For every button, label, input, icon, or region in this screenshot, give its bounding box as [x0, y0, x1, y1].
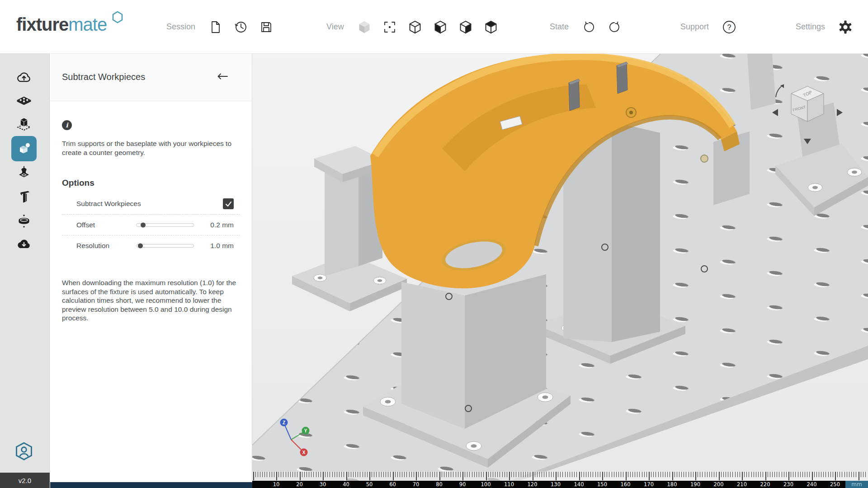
ruler-tick	[472, 472, 472, 477]
ruler-tick	[840, 472, 840, 477]
ruler-tick	[360, 472, 360, 477]
resolution-slider-thumb[interactable]	[138, 243, 143, 248]
app-header: fixturemate Session View	[0, 0, 868, 54]
ruler-tick	[507, 472, 507, 477]
ruler-tick	[556, 472, 557, 480]
viewport-3d[interactable]: TOP FRONT Z Y X	[252, 54, 868, 488]
ruler-number: 250	[830, 481, 840, 488]
save-session-button[interactable]	[258, 19, 275, 36]
ruler-tick	[779, 472, 779, 477]
ruler-tick	[859, 472, 859, 480]
ruler-tick	[418, 472, 419, 477]
ruler-tick	[788, 472, 789, 480]
sidebar-item-baseplate[interactable]	[11, 89, 37, 114]
ruler-tick	[572, 472, 572, 477]
ruler-tick	[519, 472, 519, 477]
settings-group: Settings	[796, 0, 854, 54]
ruler-unit-badge: mm	[845, 481, 868, 488]
option-row-subtract: Subtract Workpieces	[62, 193, 240, 214]
ruler-tick	[847, 472, 847, 477]
ruler-tick	[533, 472, 533, 480]
ruler-tick	[469, 472, 470, 477]
ruler-tick	[681, 472, 682, 477]
wireframe-cube-icon-button[interactable]	[406, 19, 424, 36]
version-badge: v2.0	[0, 473, 50, 488]
ruler-tick	[462, 472, 463, 480]
sidebar-item-supports[interactable]	[11, 160, 37, 185]
ruler-tick	[698, 472, 698, 477]
sidebar-item-subtract-workpieces[interactable]	[11, 136, 37, 161]
brand-prefix: fixture	[16, 14, 68, 34]
help-button[interactable]: ?	[721, 19, 738, 36]
fit-view-icon-button[interactable]	[381, 19, 398, 36]
ruler-tick	[723, 472, 724, 477]
info-icon: i	[62, 120, 72, 130]
ruler-tick	[481, 472, 481, 477]
viewport-3d-scene[interactable]: TOP FRONT Z Y X	[252, 54, 868, 488]
ruler-tick	[406, 472, 407, 477]
subtract-workpieces-checkbox[interactable]	[223, 198, 234, 209]
ruler-tick	[614, 472, 614, 477]
support-label: Support	[680, 22, 709, 32]
redo-button[interactable]	[606, 19, 623, 36]
ruler-tick	[549, 472, 549, 477]
offset-slider-thumb[interactable]	[141, 222, 146, 227]
ruler-tick	[693, 472, 693, 477]
ruler-tick	[851, 472, 852, 477]
panel-back-button[interactable]	[215, 70, 230, 84]
ruler-tick	[544, 472, 544, 477]
ruler-tick	[383, 472, 384, 477]
ruler-tick	[774, 472, 775, 477]
ruler-tick	[425, 472, 426, 477]
ruler-tick	[444, 472, 444, 477]
sidebar-item-upload-workpiece[interactable]	[11, 65, 37, 90]
check-icon	[225, 201, 232, 207]
ruler-number: 90	[459, 481, 466, 488]
ruler-tick	[672, 472, 673, 480]
session-history-button[interactable]	[232, 19, 250, 36]
ruler-tick	[763, 472, 763, 477]
ruler-tick	[390, 472, 391, 477]
sidebar-item-download-fixture[interactable]	[11, 231, 37, 257]
view-group: View	[326, 0, 500, 54]
view-label: View	[326, 22, 344, 32]
shaded-cube-icon-button[interactable]	[356, 19, 373, 36]
ruler-tick	[712, 472, 712, 477]
resolution-slider[interactable]	[136, 244, 194, 248]
ruler-tick	[404, 472, 405, 477]
ruler-tick	[355, 472, 356, 477]
tool-sidebar: v2.0	[0, 54, 50, 488]
viewport-ruler: mm 1020304050607080901001101201301401501…	[252, 471, 868, 488]
ruler-tick	[863, 472, 863, 477]
new-session-button[interactable]	[207, 19, 224, 36]
offset-slider[interactable]	[136, 223, 194, 227]
cube-top-face-icon-button[interactable]	[482, 19, 500, 36]
ruler-tick	[756, 472, 756, 477]
ruler-tick	[760, 472, 761, 477]
settings-gear-button[interactable]	[837, 19, 854, 36]
ruler-tick	[651, 472, 651, 477]
sidebar-item-clamps[interactable]	[11, 184, 37, 209]
ruler-tick	[618, 472, 619, 477]
ruler-tick	[460, 472, 461, 477]
ruler-number-bar: mm 1020304050607080901001101201301401501…	[252, 481, 868, 488]
ruler-tick	[765, 472, 766, 480]
ruler-tick	[325, 472, 326, 477]
ruler-tick	[553, 472, 554, 477]
cube-left-face-icon-button[interactable]	[432, 19, 449, 36]
ruler-tick	[807, 472, 807, 477]
cube-right-face-icon-button[interactable]	[457, 19, 474, 36]
undo-button[interactable]	[580, 19, 598, 36]
ruler-tick	[702, 472, 703, 477]
ruler-tick	[742, 472, 743, 480]
option-label: Subtract Workpieces	[76, 200, 141, 208]
ruler-tick	[432, 472, 433, 477]
ruler-tick	[730, 472, 731, 477]
ruler-tick	[416, 472, 417, 480]
ruler-tick	[537, 472, 538, 477]
ruler-tick	[861, 472, 861, 477]
sidebar-item-turning[interactable]	[11, 208, 37, 234]
account-avatar-button[interactable]	[11, 439, 37, 464]
sidebar-item-place-workpiece[interactable]	[11, 113, 37, 138]
ruler-tick	[274, 472, 274, 477]
